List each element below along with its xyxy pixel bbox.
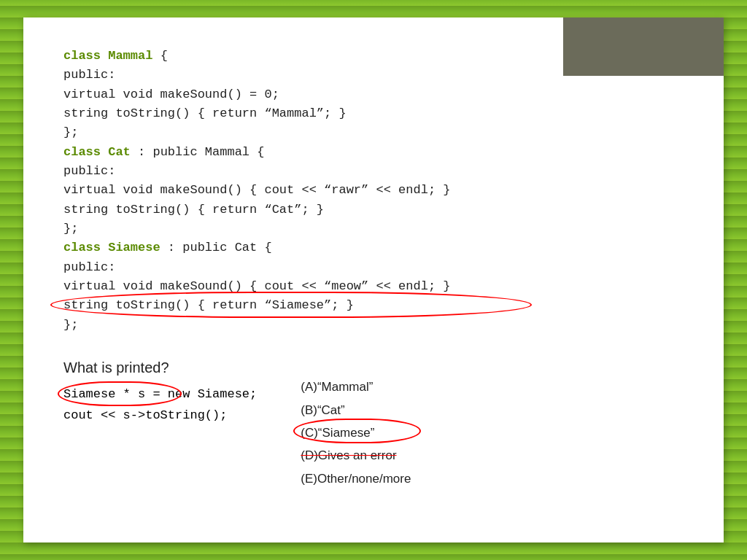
- siamese-close-line: };: [63, 316, 684, 335]
- siamese-virtual-line: virtual void makeSound() { cout << “meow…: [63, 277, 684, 296]
- question-section: What is printed? Siamese * s = new Siame…: [63, 355, 684, 490]
- content-area: class Mammal { public: virtual void make…: [63, 47, 684, 521]
- answer-a: (A)“Mammal”: [301, 376, 411, 398]
- mammal-close: };: [63, 125, 78, 139]
- mammal-public-line: public:: [63, 66, 684, 85]
- question-line2: cout << s->toString();: [63, 408, 227, 422]
- mammal-keyword: class Mammal: [63, 49, 152, 63]
- answers-block: (A)“Mammal” (B)“Cat” (C)“Siamese” (D)Giv…: [301, 376, 411, 490]
- cat-virtual-line: virtual void makeSound() { cout << “rawr…: [63, 181, 684, 200]
- mammal-brace: {: [160, 49, 168, 63]
- left-question: What is printed? Siamese * s = new Siame…: [63, 355, 257, 427]
- cat-tostring-line: string toString() { return “Cat”; }: [63, 201, 684, 219]
- siamese-rest: : public Cat {: [168, 241, 272, 254]
- cat-public-line: public:: [63, 162, 684, 181]
- cat-tostring: string toString() { return “Cat”; }: [63, 203, 324, 217]
- mammal-class-line: class Mammal {: [63, 47, 684, 66]
- question-line1-wrapper: Siamese * s = new Siamese;: [63, 384, 257, 405]
- cat-class-line: class Cat : public Mammal {: [63, 143, 684, 162]
- mammal-tostring: string toString() { return “Mammal”; }: [63, 106, 347, 120]
- siamese-public-line: public:: [63, 258, 684, 277]
- mammal-close-line: };: [63, 123, 684, 142]
- answer-c-wrapper: (C)“Siamese”: [301, 421, 374, 444]
- siamese-tostring-line: string toString() { return “Siamese”; }: [63, 296, 684, 315]
- slide: class Mammal { public: virtual void make…: [23, 18, 724, 542]
- answer-c: (C)“Siamese”: [301, 426, 374, 440]
- siamese-keyword: class Siamese: [63, 241, 160, 254]
- question-label: What is printed?: [63, 355, 257, 380]
- siamese-virtual: virtual void makeSound() { cout << “meow…: [63, 279, 451, 293]
- answer-e: (E)Other/none/more: [301, 467, 411, 490]
- question-line1: Siamese * s = new Siamese;: [63, 387, 257, 401]
- cat-virtual: virtual void makeSound() { cout << “rawr…: [63, 183, 451, 197]
- siamese-tostring: string toString() { return “Siamese”; }: [63, 298, 354, 312]
- mammal-public: public:: [63, 68, 115, 82]
- cat-close: };: [63, 222, 78, 236]
- siamese-close: };: [63, 318, 78, 332]
- cat-keyword: class Cat: [63, 145, 131, 159]
- answer-d: (D)Gives an error: [301, 444, 411, 467]
- answer-b: (B)“Cat”: [301, 399, 411, 421]
- siamese-public: public:: [63, 260, 115, 274]
- mammal-tostring-line: string toString() { return “Mammal”; }: [63, 104, 684, 123]
- cat-close-line: };: [63, 219, 684, 238]
- cat-rest: : public Mammal {: [138, 145, 264, 159]
- mammal-virtual: virtual void makeSound() = 0;: [63, 88, 279, 101]
- cat-public: public:: [63, 164, 115, 178]
- mammal-virtual-line: virtual void makeSound() = 0;: [63, 85, 684, 104]
- code-block: class Mammal { public: virtual void make…: [63, 47, 684, 335]
- siamese-class-line: class Siamese : public Cat {: [63, 238, 684, 257]
